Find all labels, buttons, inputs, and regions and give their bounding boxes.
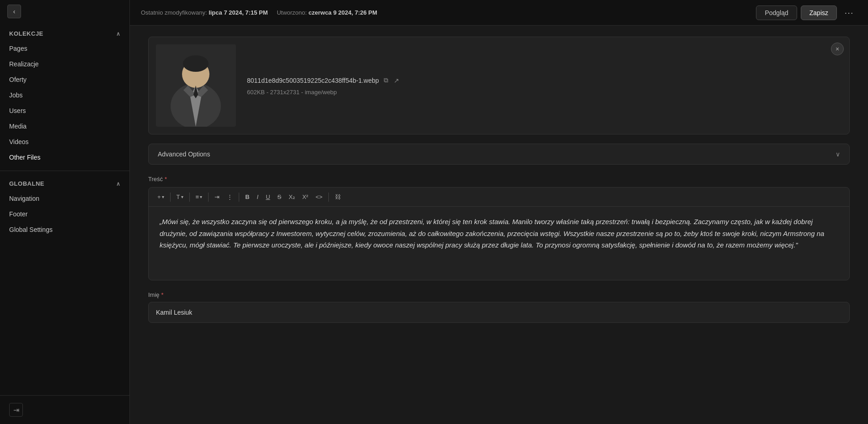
sidebar-item-footer[interactable]: Footer bbox=[0, 206, 129, 222]
more-options-button[interactable]: ⋯ bbox=[841, 5, 857, 20]
bold-icon: B bbox=[245, 193, 249, 200]
sidebar-item-realizacje[interactable]: Realizacje bbox=[0, 56, 129, 72]
toolbar-add-button[interactable]: + ▾ bbox=[154, 191, 167, 203]
accordion-chevron-icon: ∨ bbox=[836, 150, 840, 158]
sidebar-section-globalne: Globalne ∧ Navigation Footer Global Sett… bbox=[0, 173, 129, 241]
toolbar-divider-3 bbox=[208, 193, 209, 202]
editor-toolbar: + ▾ T ▾ ≡ ▾ bbox=[149, 188, 849, 207]
sidebar-item-other-files[interactable]: Other Files bbox=[0, 150, 129, 165]
external-link-icon: ↗ bbox=[394, 77, 399, 84]
sidebar-toggle-button[interactable]: ‹ bbox=[7, 5, 21, 18]
imie-input[interactable] bbox=[148, 302, 850, 323]
sidebar-toggle-area: ‹ bbox=[0, 0, 129, 23]
editor-body-text: „Mówi się, że wszystko zaczyna się od pi… bbox=[160, 216, 838, 251]
italic-icon: I bbox=[257, 193, 259, 200]
toolbar-code-button[interactable]: <> bbox=[312, 191, 326, 203]
top-bar: Ostatnio zmodyfikowany: lipca 7 2024, 7:… bbox=[130, 0, 868, 26]
toolbar-indent-button[interactable]: ⇥ bbox=[211, 191, 223, 203]
logout-button[interactable]: ⇥ bbox=[9, 403, 23, 417]
sidebar-bottom: ⇥ bbox=[0, 395, 129, 424]
add-icon: + bbox=[157, 193, 161, 200]
remove-image-button[interactable]: × bbox=[831, 43, 844, 55]
toolbar-align-button[interactable]: ≡ ▾ bbox=[193, 191, 206, 203]
content-label-text: Treść bbox=[148, 176, 163, 182]
toolbar-text-button[interactable]: T ▾ bbox=[173, 191, 187, 203]
toolbar-divider-1 bbox=[170, 193, 171, 202]
chevron-up-icon: ∧ bbox=[116, 31, 121, 37]
toolbar-underline-button[interactable]: U bbox=[263, 191, 273, 203]
toolbar-superscript-button[interactable]: X² bbox=[299, 191, 311, 203]
created-value: czerwca 9 2024, 7:26 PM bbox=[309, 9, 377, 16]
imie-label-text: Imię bbox=[148, 291, 160, 298]
list-icon: ⋮ bbox=[227, 193, 233, 200]
strike-icon: S bbox=[278, 193, 282, 200]
content-field: Treść * + ▾ T ▾ bbox=[148, 176, 850, 280]
toolbar-list-button[interactable]: ⋮ bbox=[224, 191, 236, 203]
main-wrapper: Ostatnio zmodyfikowany: lipca 7 2024, 7:… bbox=[130, 0, 868, 424]
imie-label: Imię * bbox=[148, 291, 850, 298]
chevron-left-icon: ‹ bbox=[13, 8, 16, 15]
toolbar-subscript-button[interactable]: X₂ bbox=[285, 191, 298, 203]
code-icon: <> bbox=[316, 193, 322, 200]
accordion-label: Advanced Options bbox=[158, 150, 210, 158]
content-required-star: * bbox=[165, 176, 167, 182]
sidebar-section-kolekcje-header[interactable]: Kolekcje ∧ bbox=[0, 27, 129, 41]
imie-field: Imię * bbox=[148, 291, 850, 323]
created-label: Utworzono: bbox=[277, 9, 307, 16]
logout-icon: ⇥ bbox=[13, 406, 19, 414]
rich-text-editor: + ▾ T ▾ ≡ ▾ bbox=[148, 187, 850, 280]
align-icon: ≡ bbox=[196, 193, 199, 200]
image-filename-row: 8011d1e8d9c5003519225c2c438ff54b-1.webp … bbox=[247, 75, 842, 85]
sidebar-item-oferty[interactable]: Oferty bbox=[0, 72, 129, 87]
image-preview bbox=[156, 44, 236, 127]
add-chevron-icon: ▾ bbox=[162, 194, 164, 199]
accordion-toggle[interactable]: Advanced Options ∨ bbox=[149, 144, 849, 164]
sidebar-divider bbox=[0, 171, 129, 171]
align-chevron-icon: ▾ bbox=[200, 194, 202, 199]
content-label: Treść * bbox=[148, 176, 850, 182]
sidebar-item-videos[interactable]: Videos bbox=[0, 134, 129, 150]
top-bar-actions: Podgląd Zapisz ⋯ bbox=[756, 5, 857, 20]
modified-value: lipca 7 2024, 7:15 PM bbox=[209, 9, 268, 16]
sidebar-item-users[interactable]: Users bbox=[0, 103, 129, 118]
sidebar-section-kolekcje: Kolekcje ∧ Pages Realizacje Oferty Jobs … bbox=[0, 23, 129, 169]
imie-required-star: * bbox=[161, 291, 164, 298]
sidebar: ‹ Kolekcje ∧ Pages Realizacje Oferty Job… bbox=[0, 0, 130, 424]
sidebar-section-globalne-label: Globalne bbox=[9, 180, 44, 187]
image-filename-text: 8011d1e8d9c5003519225c2c438ff54b-1.webp bbox=[247, 77, 379, 84]
toolbar-italic-button[interactable]: I bbox=[254, 191, 262, 203]
editor-body[interactable]: „Mówi się, że wszystko zaczyna się od pi… bbox=[149, 207, 849, 280]
sidebar-item-media[interactable]: Media bbox=[0, 118, 129, 134]
indent-icon: ⇥ bbox=[214, 193, 220, 200]
sidebar-section-kolekcje-label: Kolekcje bbox=[9, 30, 43, 37]
svg-point-4 bbox=[183, 55, 209, 72]
image-card: 8011d1e8d9c5003519225c2c438ff54b-1.webp … bbox=[148, 37, 850, 134]
sidebar-item-jobs[interactable]: Jobs bbox=[0, 87, 129, 103]
advanced-options-accordion: Advanced Options ∨ bbox=[148, 144, 850, 165]
sidebar-section-globalne-header[interactable]: Globalne ∧ bbox=[0, 177, 129, 191]
toolbar-bold-button[interactable]: B bbox=[242, 191, 252, 203]
save-button[interactable]: Zapisz bbox=[801, 5, 837, 20]
toolbar-divider-2 bbox=[189, 193, 190, 202]
modified-label: Ostatnio zmodyfikowany: bbox=[141, 9, 207, 16]
open-link-button[interactable]: ↗ bbox=[393, 76, 400, 85]
sidebar-item-navigation[interactable]: Navigation bbox=[0, 191, 129, 206]
link-icon: ⛓ bbox=[335, 193, 341, 200]
subscript-icon: X₂ bbox=[289, 193, 295, 200]
superscript-icon: X² bbox=[302, 193, 308, 200]
copy-icon: ⧉ bbox=[384, 76, 388, 84]
text-format-icon: T bbox=[177, 193, 180, 200]
preview-button[interactable]: Podgląd bbox=[756, 5, 797, 20]
sidebar-item-pages[interactable]: Pages bbox=[0, 41, 129, 56]
top-bar-meta: Ostatnio zmodyfikowany: lipca 7 2024, 7:… bbox=[141, 9, 377, 16]
person-image bbox=[156, 44, 236, 127]
text-chevron-icon: ▾ bbox=[181, 194, 183, 199]
toolbar-link-button[interactable]: ⛓ bbox=[332, 191, 344, 203]
close-icon: × bbox=[836, 45, 839, 53]
image-meta-text: 602KB - 2731x2731 - image/webp bbox=[247, 89, 842, 96]
toolbar-strike-button[interactable]: S bbox=[274, 191, 285, 203]
copy-filename-button[interactable]: ⧉ bbox=[383, 75, 389, 85]
toolbar-divider-5 bbox=[328, 193, 329, 202]
sidebar-item-global-settings[interactable]: Global Settings bbox=[0, 222, 129, 237]
chevron-up-icon-globalne: ∧ bbox=[116, 181, 121, 187]
